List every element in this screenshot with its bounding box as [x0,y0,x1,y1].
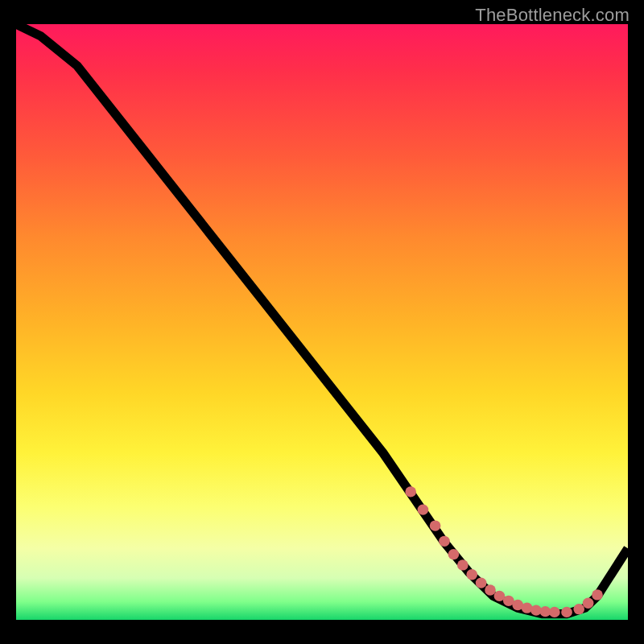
marker-dot [439,536,450,547]
watermark-text: TheBottleneck.com [475,5,630,26]
marker-dot [583,598,594,609]
marker-dot [430,520,441,530]
marker-dot [592,589,603,600]
marker-dot [561,607,572,617]
marker-dot [448,549,460,559]
plot-area [16,24,628,620]
marker-group [405,486,602,617]
marker-dot [457,559,469,570]
marker-dot [485,584,496,595]
marker-dot [405,486,416,497]
marker-dot [476,577,487,588]
chart-stage: TheBottleneck.com [0,0,644,644]
bottleneck-curve [16,24,628,614]
marker-dot [573,604,584,614]
marker-dot [549,607,560,617]
marker-dot [466,569,477,580]
curve-layer [16,24,628,620]
marker-dot [418,504,429,514]
